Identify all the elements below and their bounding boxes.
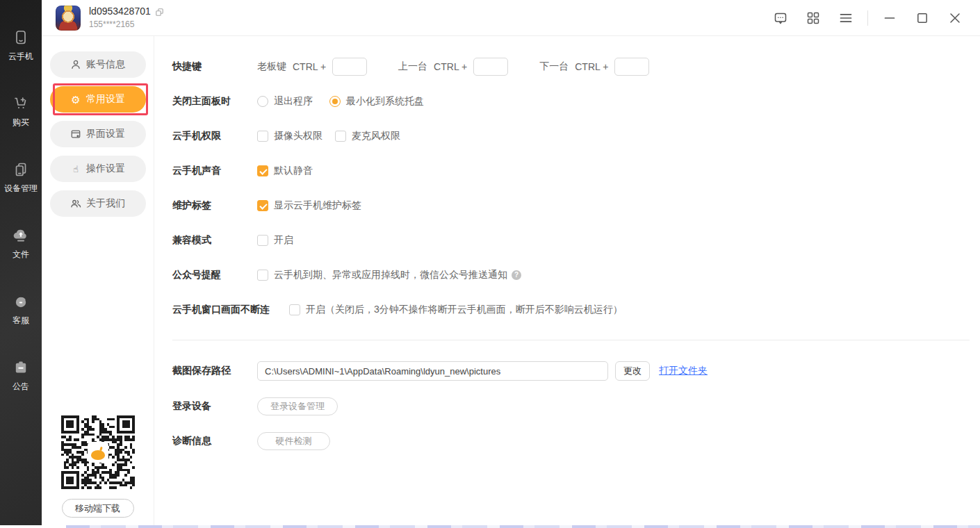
row-label: 截图保存路径 <box>172 365 257 377</box>
people-icon <box>70 198 81 209</box>
multi-window-grid-icon[interactable] <box>806 11 820 25</box>
boss-key-label: 老板键 <box>257 60 286 73</box>
ctrl-prefix: CTRL + <box>293 61 326 72</box>
subnav-bottom: 移动端下载 <box>42 415 154 525</box>
row-maintenance-tag: 维护标签 显示云手机维护标签 <box>172 196 970 215</box>
cloud-phone-icon <box>13 29 29 46</box>
subnav-label: 操作设置 <box>86 163 125 175</box>
checkbox-camera-permission[interactable]: 摄像头权限 <box>257 130 322 142</box>
checkbox-wechat-notice[interactable]: 云手机到期、异常或应用掉线时，微信公众号推送通知 <box>257 269 507 281</box>
rail-label: 购买 <box>13 117 29 129</box>
row-label: 快捷键 <box>172 60 257 73</box>
close-button[interactable] <box>948 11 962 25</box>
hand-pointer-icon: ☝ <box>70 163 81 174</box>
user-avatar[interactable] <box>56 6 81 31</box>
controls-divider <box>867 10 868 26</box>
change-path-button[interactable]: 更改 <box>615 361 650 381</box>
checkbox-default-mute[interactable]: 默认静音 <box>257 165 313 177</box>
qr-code <box>61 415 135 489</box>
subnav-item-about-us[interactable]: 关于我们 <box>50 190 146 217</box>
checkbox-box[interactable] <box>257 131 268 142</box>
row-close-panel: 关闭主面板时 退出程序 最小化到系统托盘 <box>172 92 970 110</box>
menu-icon[interactable] <box>839 11 853 25</box>
mobile-download-button[interactable]: 移动端下载 <box>62 499 134 518</box>
rail-item-support[interactable]: 客服 <box>12 293 30 327</box>
boss-key-input[interactable] <box>332 58 367 76</box>
rail-label: 云手机 <box>8 51 33 63</box>
row-permissions: 云手机权限 摄像头权限 麦克风权限 <box>172 126 970 145</box>
maximize-button[interactable] <box>915 11 929 25</box>
checkbox-box[interactable] <box>257 165 268 176</box>
person-icon <box>70 59 81 70</box>
customer-service-icon <box>12 293 30 310</box>
subnav-label: 关于我们 <box>86 197 125 210</box>
rail-item-device-management[interactable]: 设备管理 <box>4 161 38 195</box>
checkbox-box[interactable] <box>335 131 346 142</box>
cloud-upload-icon <box>12 227 30 244</box>
row-compatibility: 兼容模式 开启 <box>172 231 970 249</box>
radio-circle[interactable] <box>257 96 268 107</box>
section-divider <box>172 340 970 340</box>
rail-label: 设备管理 <box>4 183 38 195</box>
next-device-key-input[interactable] <box>614 58 649 76</box>
rail-item-cloud-phone[interactable]: 云手机 <box>8 29 33 63</box>
row-diagnostics: 诊断信息 硬件检测 <box>172 431 970 450</box>
row-wechat-notice: 公众号提醒 云手机到期、异常或应用掉线时，微信公众号推送通知 ? <box>172 265 970 284</box>
ctrl-prefix: CTRL + <box>575 61 608 72</box>
rail-label: 公告 <box>13 381 29 393</box>
row-shortcuts: 快捷键 老板键 CTRL + 上一台 CTRL + 下一台 CTRL + <box>172 57 970 76</box>
desktop-background-strip <box>0 525 980 528</box>
hardware-check-button[interactable]: 硬件检测 <box>257 432 330 450</box>
checkbox-mic-permission[interactable]: 麦克风权限 <box>335 130 400 142</box>
help-icon[interactable]: ? <box>512 270 521 280</box>
checkbox-box[interactable] <box>289 304 300 315</box>
settings-content: 快捷键 老板键 CTRL + 上一台 CTRL + 下一台 CTRL + <box>154 36 980 525</box>
checkbox-show-maintenance-tag[interactable]: 显示云手机维护标签 <box>257 199 361 212</box>
row-label: 关闭主面板时 <box>172 95 257 108</box>
row-label: 诊断信息 <box>172 435 257 447</box>
row-login-device: 登录设备 登录设备管理 <box>172 397 970 415</box>
username: ld0953428701 <box>89 6 151 18</box>
subnav-item-common-settings[interactable]: ⚙ 常用设置 <box>50 86 146 113</box>
window-settings-icon <box>70 129 81 140</box>
gear-icon: ⚙ <box>70 94 81 105</box>
row-sound: 云手机声音 默认静音 <box>172 161 970 180</box>
open-folder-link[interactable]: 打开文件夹 <box>659 365 708 377</box>
row-label: 兼容模式 <box>172 234 257 247</box>
qr-mascot <box>88 442 108 463</box>
row-screenshot-path: 截图保存路径 更改 打开文件夹 <box>172 361 970 381</box>
radio-circle[interactable] <box>329 96 341 107</box>
login-device-manage-button[interactable]: 登录设备管理 <box>257 397 338 415</box>
row-label: 维护标签 <box>172 199 257 212</box>
checkbox-compatibility-enable[interactable]: 开启 <box>257 234 293 247</box>
settings-subnav: 账号信息 ⚙ 常用设置 界面设置 ☝ <box>42 36 154 525</box>
main-nav-rail: 云手机 购买 设备管理 <box>0 0 42 525</box>
subnav-item-operation-settings[interactable]: ☝ 操作设置 <box>50 156 146 182</box>
rail-item-buy[interactable]: 购买 <box>13 95 29 129</box>
rail-item-announcement[interactable]: 公告 <box>13 359 29 393</box>
prev-device-key-input[interactable] <box>473 58 508 76</box>
announcement-board-icon <box>13 359 29 376</box>
window-controls <box>774 10 962 26</box>
subnav-item-account-info[interactable]: 账号信息 <box>50 51 146 78</box>
radio-exit-program[interactable]: 退出程序 <box>257 95 313 108</box>
prev-device-label: 上一台 <box>398 60 427 73</box>
feedback-chat-icon[interactable] <box>774 11 787 25</box>
checkbox-box[interactable] <box>257 235 268 246</box>
ctrl-prefix: CTRL + <box>434 61 467 72</box>
main-column: ld0953428701 155****2165 <box>42 0 980 525</box>
row-label: 公众号提醒 <box>172 269 257 281</box>
checkbox-box[interactable] <box>257 200 268 211</box>
row-keep-connection: 云手机窗口画面不断连 开启（关闭后，3分钟不操作将断开云手机画面，断开后不影响云… <box>172 300 970 319</box>
row-label: 云手机窗口画面不断连 <box>172 304 278 316</box>
checkbox-box[interactable] <box>257 270 268 281</box>
subnav-item-interface-settings[interactable]: 界面设置 <box>50 121 146 147</box>
checkbox-keep-connection[interactable]: 开启（关闭后，3分钟不操作将断开云手机画面，断开后不影响云机运行） <box>289 304 623 316</box>
minimize-button[interactable] <box>883 11 897 25</box>
rail-item-files[interactable]: 文件 <box>12 227 30 261</box>
copy-icon[interactable] <box>155 8 164 17</box>
screenshot-path-input[interactable] <box>257 361 608 381</box>
user-meta: ld0953428701 155****2165 <box>89 6 164 30</box>
user-phone: 155****2165 <box>89 19 164 30</box>
radio-minimize-to-tray[interactable]: 最小化到系统托盘 <box>329 95 424 108</box>
